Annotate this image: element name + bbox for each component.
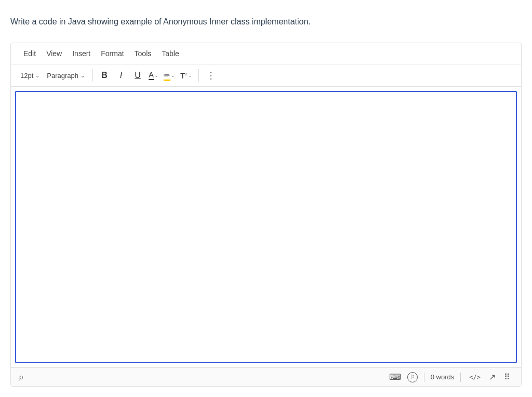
status-divider-1: [424, 373, 424, 382]
underline-button[interactable]: U: [130, 68, 145, 83]
word-count: 0 words: [431, 373, 455, 381]
superscript-icon: T2: [180, 71, 188, 80]
menu-item-format[interactable]: Format: [97, 47, 128, 60]
status-right: ⌨ ⚐ 0 words </> ↗ ⠿: [387, 371, 513, 383]
superscript-chevron-icon: ⌄: [188, 73, 192, 78]
paragraph-style-value: Paragraph: [47, 72, 78, 80]
menu-item-insert[interactable]: Insert: [68, 47, 95, 60]
font-color-chevron-icon: ⌄: [154, 73, 158, 78]
status-divider-2: [460, 373, 461, 382]
menu-item-edit[interactable]: Edit: [19, 47, 40, 60]
font-size-selector[interactable]: 12pt ⌄: [17, 70, 43, 82]
menu-item-view[interactable]: View: [42, 47, 66, 60]
toolbar: 12pt ⌄ Paragraph ⌄ B I U A ⌄: [11, 64, 521, 87]
question-title: Write a code in Java showing example of …: [10, 16, 522, 28]
code-view-button[interactable]: </>: [467, 373, 483, 382]
superscript-button[interactable]: T2 ⌄: [178, 69, 194, 82]
more-status-icon[interactable]: ⠿: [502, 371, 513, 383]
menu-item-table[interactable]: Table: [157, 47, 183, 60]
menu-item-tools[interactable]: Tools: [130, 47, 156, 60]
expand-icon[interactable]: ↗: [487, 371, 498, 383]
highlight-chevron-icon: ⌄: [171, 73, 175, 78]
more-options-button[interactable]: ⋮: [203, 68, 219, 83]
keyboard-icon[interactable]: ⌨: [387, 371, 403, 383]
font-color-icon: A: [149, 71, 154, 80]
current-tag: p: [19, 373, 23, 381]
font-size-value: 12pt: [20, 72, 33, 80]
font-size-chevron-icon: ⌄: [35, 73, 39, 78]
highlight-icon: ✏: [164, 71, 170, 80]
status-bar: p ⌨ ⚐ 0 words </> ↗ ⠿: [11, 367, 521, 386]
italic-button[interactable]: I: [113, 68, 129, 83]
editor-content[interactable]: [15, 91, 517, 363]
editor-textarea[interactable]: [16, 92, 516, 362]
accessibility-icon[interactable]: ⚐: [407, 372, 418, 382]
highlight-button[interactable]: ✏ ⌄: [162, 69, 177, 82]
bold-button[interactable]: B: [97, 68, 112, 83]
paragraph-style-selector[interactable]: Paragraph ⌄: [44, 70, 88, 82]
font-color-button[interactable]: A ⌄: [147, 69, 161, 82]
menu-bar: Edit View Insert Format Tools Table: [11, 43, 521, 64]
paragraph-chevron-icon: ⌄: [81, 73, 85, 78]
editor-wrapper: Edit View Insert Format Tools Table 12pt…: [10, 43, 522, 387]
toolbar-divider-1: [92, 69, 92, 82]
toolbar-divider-2: [198, 69, 199, 82]
